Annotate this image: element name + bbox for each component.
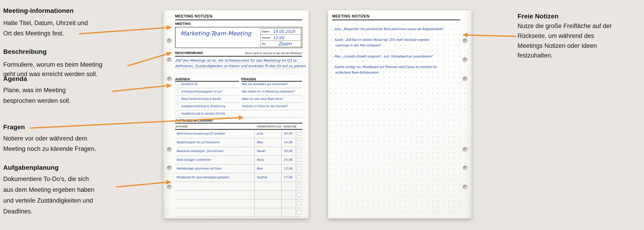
annotation-text-line: Formuliere, worum es beim Meeting: [3, 61, 102, 68]
annotation-text-line: Plane, was im Meeting: [3, 86, 66, 94]
annotation-text-line: Meeting noch zu kärende Fragen.: [3, 145, 96, 153]
annotation-text-line: Meetings Notizen oder Ideen: [518, 42, 597, 50]
annotation-callouts: Meeting-InformationenHalte Titel, Datum,…: [0, 0, 644, 230]
annotation-text-line: Halte Titel, Datum, Uhrzeit und: [3, 19, 88, 27]
annotation-title: Beschreibung: [3, 48, 47, 56]
annotation-text-line: festzuhalten.: [518, 52, 553, 59]
annotation-text-line: aus dem Meeting ergeben haben: [3, 186, 94, 194]
annotation-text-line: Ort des Meetings fest.: [3, 30, 64, 37]
annotation-title: Freie Notizen: [518, 12, 558, 20]
annotation-text-line: besprochen werden soll.: [3, 97, 70, 105]
annotation-text-line: Nutze die große Freifläche auf der: [518, 22, 612, 30]
annotation-text-line: Dokumentiere To-Do's, die sich: [3, 175, 89, 183]
promo-canvas: Meeting-InformationenHalte Titel, Datum,…: [0, 0, 644, 230]
annotation-text-line: Deadlines.: [3, 208, 33, 215]
annotation-title: Meeting-Informationen: [3, 7, 74, 15]
annotation-text-line: und verteile Zuständigkeiten und: [3, 197, 93, 204]
annotation-text-line: Rückseite, um während des: [518, 32, 594, 40]
annotation-title: Fragen: [3, 123, 25, 131]
annotation-text-line: Notiere vor oder während dem: [3, 134, 87, 142]
annotation-title: Aufgabenplanung: [3, 164, 59, 172]
annotation-title: Agenda: [3, 75, 27, 83]
